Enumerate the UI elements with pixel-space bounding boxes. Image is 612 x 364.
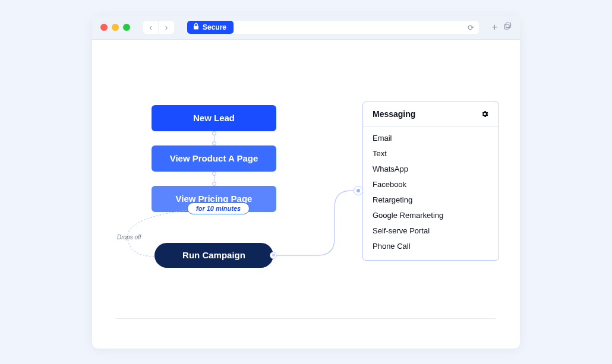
list-item[interactable]: Text (373, 149, 489, 158)
drops-off-label: Drops off (117, 234, 141, 240)
duration-pill[interactable]: for 10 minutes (187, 202, 250, 214)
list-item[interactable]: Google Remarketing (373, 211, 489, 220)
refresh-icon: ⟳ (468, 23, 474, 32)
browser-window: ‹ › Secure ⟳ + (92, 16, 520, 349)
list-item[interactable]: Self-serve Portal (373, 226, 489, 235)
list-item[interactable]: Email (373, 134, 489, 143)
flow-connector (214, 173, 214, 184)
nav-buttons: ‹ › (143, 21, 174, 34)
gear-icon[interactable] (481, 110, 489, 118)
panel-header: Messaging (363, 102, 499, 126)
duration-label: for 10 minutes (196, 205, 241, 212)
svg-rect-2 (506, 23, 511, 28)
svg-rect-1 (504, 24, 509, 29)
refresh-button[interactable]: ⟳ (468, 23, 474, 32)
list-item[interactable]: Phone Call (373, 242, 489, 251)
close-window-icon[interactable] (100, 24, 108, 31)
minimize-window-icon[interactable] (112, 24, 119, 31)
panel-title: Messaging (373, 109, 415, 119)
secure-label: Secure (203, 23, 226, 31)
forward-button[interactable]: › (159, 21, 174, 34)
window-actions: + (492, 22, 512, 33)
list-item[interactable]: Retargeting (373, 195, 489, 204)
flow-node-view-product[interactable]: View Product A Page (152, 145, 276, 172)
run-campaign-button[interactable]: Run Campaign (154, 243, 273, 268)
copy-icon (503, 22, 512, 32)
divider (116, 318, 496, 319)
flow-node-new-lead[interactable]: New Lead (152, 105, 276, 131)
new-tab-button[interactable]: + (492, 22, 497, 33)
chevron-right-icon: › (165, 23, 168, 32)
list-item[interactable]: WhatsApp (373, 164, 489, 173)
input-port-icon[interactable] (354, 186, 363, 195)
messaging-panel: Messaging Email Text WhatsApp Facebook R… (362, 102, 499, 261)
browser-chrome: ‹ › Secure ⟳ + (92, 16, 520, 40)
output-port-icon[interactable] (270, 252, 277, 259)
plus-icon: + (492, 22, 497, 32)
flow-connector (214, 133, 214, 144)
flow-canvas: New Lead View Product A Page View Pricin… (104, 52, 508, 337)
flow-node-label: New Lead (193, 113, 235, 123)
run-campaign-label: Run Campaign (182, 250, 245, 260)
secure-badge: Secure (187, 21, 234, 34)
flow-node-label: View Product A Page (170, 153, 258, 163)
address-bar[interactable]: Secure ⟳ (187, 21, 479, 34)
list-item[interactable]: Facebook (373, 180, 489, 189)
chevron-left-icon: ‹ (149, 23, 152, 32)
flow-column: New Lead View Product A Page View Pricin… (152, 105, 276, 212)
browser-content: New Lead View Product A Page View Pricin… (92, 40, 520, 349)
traffic-lights (100, 24, 130, 31)
svg-rect-0 (194, 26, 198, 30)
tabs-button[interactable] (503, 22, 512, 33)
back-button[interactable]: ‹ (143, 21, 159, 34)
lock-icon (193, 23, 199, 31)
maximize-window-icon[interactable] (123, 24, 130, 31)
panel-body: Email Text WhatsApp Facebook Retargeting… (363, 126, 499, 260)
